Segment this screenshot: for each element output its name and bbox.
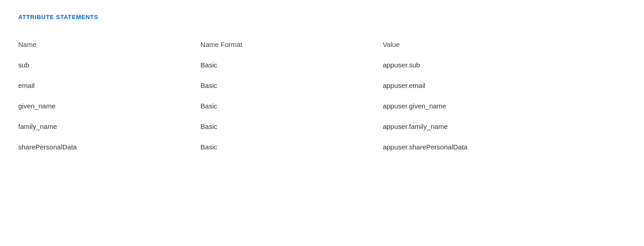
column-header-value: Value [383, 34, 626, 55]
cell-value: appuser.family_name [383, 116, 626, 137]
cell-name-format: Basic [201, 116, 383, 137]
cell-value: appuser.sharePersonalData [383, 137, 626, 157]
cell-value: appuser.email [383, 75, 626, 96]
table-row: subBasicappuser.sub [18, 55, 626, 75]
cell-value: appuser.given_name [383, 96, 626, 116]
cell-name: family_name [18, 116, 201, 137]
column-header-name: Name [18, 34, 201, 55]
table-row: emailBasicappuser.email [18, 75, 626, 96]
table-header-row: Name Name Format Value [18, 34, 626, 55]
column-header-name-format: Name Format [201, 34, 383, 55]
cell-name-format: Basic [201, 75, 383, 96]
attribute-table: Name Name Format Value subBasicappuser.s… [18, 34, 626, 157]
table-row: family_nameBasicappuser.family_name [18, 116, 626, 137]
table-row: sharePersonalDataBasicappuser.sharePerso… [18, 137, 626, 157]
cell-name-format: Basic [201, 137, 383, 157]
table-row: given_nameBasicappuser.given_name [18, 96, 626, 116]
cell-name: sharePersonalData [18, 137, 201, 157]
section-title: ATTRIBUTE STATEMENTS [18, 14, 626, 20]
cell-name: email [18, 75, 201, 96]
attribute-statements-section: ATTRIBUTE STATEMENTS Name Name Format Va… [18, 14, 626, 157]
cell-name: sub [18, 55, 201, 75]
cell-value: appuser.sub [383, 55, 626, 75]
cell-name-format: Basic [201, 55, 383, 75]
cell-name: given_name [18, 96, 201, 116]
cell-name-format: Basic [201, 96, 383, 116]
